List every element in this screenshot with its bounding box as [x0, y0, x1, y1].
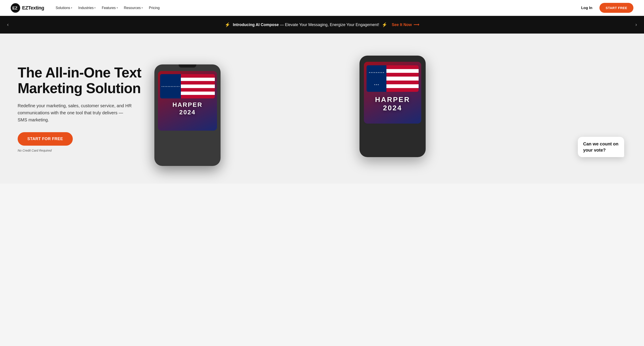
logo-text: EZTexting [22, 5, 44, 11]
banner-cta-label: See It Now [392, 23, 412, 27]
flag-canton: ★ ★ ★ ★ ★ ★ ★ ★ ★ ★ ★ ★ [366, 65, 386, 92]
front-flag-canton: ★ ★ ★ ★ ★ ★ ★ ★ ★ ★ ★ ★ [160, 74, 181, 98]
hero-title-line2: Marketing Solution [18, 80, 141, 96]
banner-text-regular: — Elevate Your Messaging, Energize Your … [280, 23, 379, 27]
phone-front: ★ ★ ★ ★ ★ ★ ★ ★ ★ ★ ★ ★ [154, 65, 220, 166]
fs-7 [181, 95, 215, 98]
nav-item-solutions[interactable]: Solutions ▾ [53, 4, 75, 12]
banner-prev-button[interactable]: ‹ [4, 20, 12, 29]
banner-next-button[interactable]: › [632, 20, 640, 29]
front-flag-stripes [181, 74, 215, 98]
nav-features-chevron: ▾ [117, 7, 118, 9]
banner-content: ⚡ Introducing AI Compose — Elevate Your … [225, 22, 420, 27]
star-2: ★ [370, 72, 372, 74]
fs-4 [181, 85, 215, 88]
hero-no-cc-text: No Credit Card Required [18, 149, 150, 152]
stripe-7 [386, 88, 418, 92]
fs-6 [181, 92, 215, 95]
fstar-10: ★ [175, 86, 176, 87]
hero-left: The All-in-One Text Marketing Solution R… [18, 65, 150, 152]
fstar-7: ★ [171, 86, 172, 87]
nav-item-pricing[interactable]: Pricing [146, 4, 162, 12]
hero-title: The All-in-One Text Marketing Solution [18, 65, 150, 96]
nav-item-resources[interactable]: Resources ▾ [121, 4, 145, 12]
stripe-6 [386, 84, 418, 88]
stripe-3 [386, 73, 418, 77]
start-free-button[interactable]: START FREE [600, 3, 634, 13]
fstar-3: ★ [164, 86, 166, 87]
us-flag: ★ ★ ★ ★ ★ ★ ★ ★ ★ ★ ★ ★ [366, 65, 418, 92]
nav-solutions-label: Solutions [56, 6, 70, 10]
fstar-4: ★ [166, 86, 167, 87]
stripe-2 [386, 69, 418, 73]
banner-cta-link[interactable]: See It Now ⟶ [392, 22, 419, 27]
front-flag: ★ ★ ★ ★ ★ ★ ★ ★ ★ ★ ★ ★ [160, 74, 215, 98]
fstar-8: ★ [172, 86, 173, 87]
campaign-name: HARPER2024 [375, 95, 410, 112]
nav-resources-label: Resources [124, 6, 141, 10]
nav-resources-chevron: ▾ [142, 7, 143, 9]
sms-text: Can we count on your vote? [583, 141, 619, 153]
fs-3 [181, 81, 215, 85]
nav-industries-chevron: ▾ [94, 7, 96, 9]
fstar-2: ★ [163, 86, 164, 87]
fs-5 [181, 88, 215, 92]
logo-icon: EZ [10, 3, 20, 13]
phone-back: ★ ★ ★ ★ ★ ★ ★ ★ ★ ★ ★ ★ [360, 56, 426, 157]
nav-pricing-label: Pricing [149, 6, 160, 10]
svg-text:EZ: EZ [12, 6, 18, 10]
hero-right: ★ ★ ★ ★ ★ ★ ★ ★ ★ ★ ★ ★ [150, 51, 626, 166]
fstar-12: ★ [178, 86, 180, 87]
nav-item-industries[interactable]: Industries ▾ [76, 4, 98, 12]
hero-section: The All-in-One Text Marketing Solution R… [0, 34, 644, 184]
phone-mockup: ★ ★ ★ ★ ★ ★ ★ ★ ★ ★ ★ ★ [342, 51, 434, 166]
nav-features-label: Features [102, 6, 116, 10]
navbar-right: Log In START FREE [578, 3, 634, 13]
campaign-card: ★ ★ ★ ★ ★ ★ ★ ★ ★ ★ ★ ★ [364, 62, 421, 124]
star-1: ★ [369, 72, 370, 74]
front-campaign-card: ★ ★ ★ ★ ★ ★ ★ ★ ★ ★ ★ ★ [158, 71, 217, 131]
star-5: ★ [376, 72, 377, 74]
stripe-4 [386, 77, 418, 80]
fstar-1: ★ [162, 86, 162, 87]
nav-industries-label: Industries [78, 6, 94, 10]
logo[interactable]: EZ EZTexting [10, 3, 44, 13]
banner-text-bold: Introducing AI Compose [233, 23, 279, 27]
lightning-icon-right: ⚡ [382, 22, 387, 27]
login-button[interactable]: Log In [578, 4, 595, 12]
nav-solutions-chevron: ▾ [71, 7, 72, 9]
banner-cta-arrow: ⟶ [414, 22, 419, 27]
announcement-banner: ‹ ⚡ Introducing AI Compose — Elevate You… [0, 16, 644, 34]
hero-cta-button[interactable]: START FOR FREE [18, 132, 73, 146]
sms-bubble: Can we count on your vote? [578, 137, 624, 157]
star-7: ★ [379, 72, 381, 74]
navbar-left: EZ EZTexting Solutions ▾ Industries ▾ Fe… [10, 3, 162, 13]
phone-notch [179, 65, 196, 68]
lightning-icon-left: ⚡ [225, 22, 230, 27]
nav-item-features[interactable]: Features ▾ [99, 4, 120, 12]
flag-stripes [386, 65, 418, 92]
fstar-6: ★ [169, 86, 170, 87]
star-9: ★ [383, 72, 384, 74]
navbar: EZ EZTexting Solutions ▾ Industries ▾ Fe… [0, 0, 644, 16]
star-10: ★ [374, 84, 375, 86]
hero-subtitle: Redefine your marketing, sales, customer… [18, 102, 132, 123]
star-12: ★ [378, 84, 379, 86]
fs-2 [181, 78, 215, 81]
fstar-11: ★ [177, 86, 178, 87]
stripe-1 [386, 65, 418, 69]
fstar-5: ★ [168, 86, 169, 87]
nav-links: Solutions ▾ Industries ▾ Features ▾ Reso… [53, 4, 162, 12]
front-campaign-name: HARPER2024 [172, 101, 202, 116]
stripe-5 [386, 81, 418, 84]
star-3: ★ [372, 72, 374, 74]
star-8: ★ [381, 72, 382, 74]
fs-1 [181, 74, 215, 78]
star-6: ★ [378, 72, 379, 74]
fstar-9: ★ [174, 86, 175, 87]
banner-text: Introducing AI Compose — Elevate Your Me… [233, 23, 379, 27]
star-4: ★ [374, 72, 375, 74]
hero-title-line1: The All-in-One Text [18, 65, 141, 81]
star-11: ★ [376, 84, 377, 86]
